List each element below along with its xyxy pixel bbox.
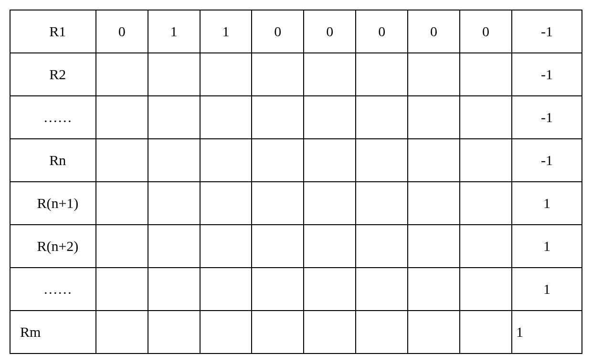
table-cell [200, 96, 252, 139]
table-cell: 1 [148, 10, 200, 53]
table-cell [252, 311, 304, 354]
table-cell [200, 53, 252, 96]
row-result: -1 [512, 53, 582, 96]
table-cell [148, 268, 200, 311]
table-row: R(n+1)1 [10, 182, 582, 225]
table-cell [148, 225, 200, 268]
table-cell [408, 53, 460, 96]
table-cell [96, 268, 148, 311]
table-cell [148, 96, 200, 139]
table-cell [96, 311, 148, 354]
table-cell [96, 139, 148, 182]
row-label: R(n+1) [10, 182, 96, 225]
table-cell [96, 225, 148, 268]
table-cell [252, 139, 304, 182]
table-cell [460, 96, 512, 139]
table-cell [96, 53, 148, 96]
row-label: Rn [10, 139, 96, 182]
table-cell [304, 225, 356, 268]
table-cell [304, 139, 356, 182]
table-cell [252, 268, 304, 311]
table-cell [252, 53, 304, 96]
table-cell [356, 311, 408, 354]
table-cell [408, 182, 460, 225]
table-cell [252, 225, 304, 268]
table-cell [200, 225, 252, 268]
row-result: 1 [512, 225, 582, 268]
table-cell [356, 225, 408, 268]
table-cell [356, 182, 408, 225]
table-cell [460, 225, 512, 268]
table-row: R2-1 [10, 53, 582, 96]
table-row: R101100000-1 [10, 10, 582, 53]
table-body: R101100000-1R2-1……-1Rn-1R(n+1)1R(n+2)1……… [10, 10, 582, 354]
data-table: R101100000-1R2-1……-1Rn-1R(n+1)1R(n+2)1……… [10, 10, 582, 354]
table-cell [304, 182, 356, 225]
table-cell [460, 53, 512, 96]
table-cell [252, 182, 304, 225]
table-row: R(n+2)1 [10, 225, 582, 268]
table-cell [200, 139, 252, 182]
table-row: ……-1 [10, 96, 582, 139]
table-cell [148, 311, 200, 354]
row-result: -1 [512, 96, 582, 139]
table-cell: 0 [304, 10, 356, 53]
table-cell [460, 311, 512, 354]
row-result: 1 [512, 182, 582, 225]
table-cell [304, 311, 356, 354]
row-label: R2 [10, 53, 96, 96]
table-cell [408, 268, 460, 311]
table-cell: 0 [356, 10, 408, 53]
table-cell [408, 96, 460, 139]
table-cell: 1 [200, 10, 252, 53]
table-cell [252, 96, 304, 139]
table-cell: 0 [96, 10, 148, 53]
table-cell [408, 139, 460, 182]
table-cell [304, 96, 356, 139]
row-result: -1 [512, 10, 582, 53]
table-cell [200, 268, 252, 311]
row-label: Rm [10, 311, 96, 354]
table-cell [408, 311, 460, 354]
table-cell [148, 53, 200, 96]
table-cell [200, 311, 252, 354]
table-cell [356, 268, 408, 311]
table-cell [304, 53, 356, 96]
table-cell: 0 [252, 10, 304, 53]
table-cell: 0 [460, 10, 512, 53]
row-label: …… [10, 268, 96, 311]
table-cell [460, 182, 512, 225]
table-row: ……1 [10, 268, 582, 311]
table-cell [356, 96, 408, 139]
table-row: Rm1 [10, 311, 582, 354]
table-cell [200, 182, 252, 225]
table-cell [96, 96, 148, 139]
table-cell [460, 268, 512, 311]
table-cell [96, 182, 148, 225]
table-cell [304, 268, 356, 311]
table-row: Rn-1 [10, 139, 582, 182]
row-result: 1 [512, 268, 582, 311]
table-cell [408, 225, 460, 268]
row-label: R(n+2) [10, 225, 96, 268]
table-cell [148, 182, 200, 225]
table-cell: 0 [408, 10, 460, 53]
row-result: 1 [512, 311, 582, 354]
row-label: R1 [10, 10, 96, 53]
table-cell [356, 53, 408, 96]
table-cell [460, 139, 512, 182]
table-cell [148, 139, 200, 182]
row-result: -1 [512, 139, 582, 182]
table-cell [356, 139, 408, 182]
row-label: …… [10, 96, 96, 139]
